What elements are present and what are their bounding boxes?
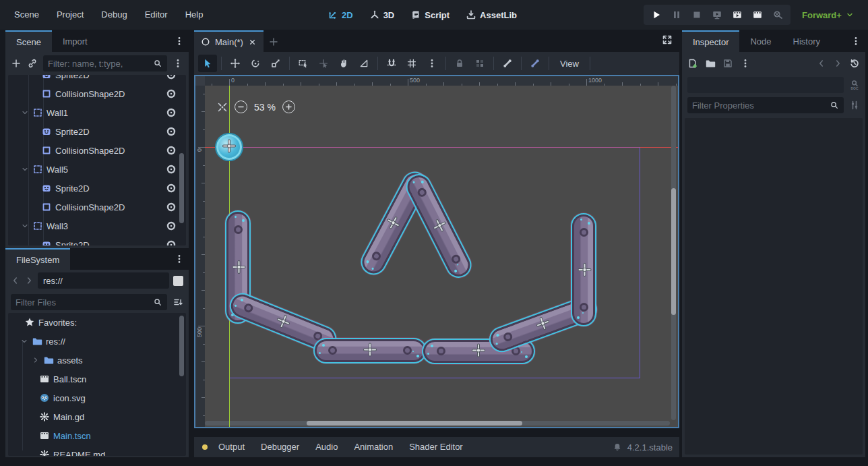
history-list-button[interactable]: [849, 58, 860, 69]
expand-viewport-button[interactable]: [662, 34, 673, 45]
wall-capsule-6[interactable]: [572, 214, 595, 325]
play-button[interactable]: [648, 6, 665, 24]
remote-debug-button[interactable]: [708, 6, 726, 24]
tab-history[interactable]: History: [782, 30, 831, 52]
renderer-selector[interactable]: Forward+: [802, 0, 854, 30]
fs-item-res-[interactable]: res://: [8, 332, 186, 351]
fs-tree-scrollbar[interactable]: [179, 316, 184, 376]
visibility-eye-icon[interactable]: [166, 145, 177, 156]
visibility-eye-icon[interactable]: [166, 88, 177, 99]
mode-2d[interactable]: 2D: [322, 5, 359, 25]
ruler-mode-button[interactable]: [354, 55, 373, 72]
rotate-mode-button[interactable]: [246, 55, 265, 72]
move-gizmo-icon[interactable]: [471, 343, 486, 360]
wall-capsule-3[interactable]: [315, 339, 425, 362]
add-scene-tab-button[interactable]: [264, 32, 284, 52]
scene-tree-item-collisionshape2d[interactable]: CollisionShape2D: [8, 84, 186, 103]
fs-filter-input[interactable]: Filter Files: [11, 294, 167, 310]
pan-mode-button[interactable]: [334, 55, 353, 72]
notification-bell-icon[interactable]: [613, 442, 622, 452]
visibility-eye-icon[interactable]: [166, 126, 177, 137]
add-node-button[interactable]: [11, 58, 22, 69]
center-view-icon[interactable]: [217, 102, 228, 113]
menu-project[interactable]: Project: [48, 5, 92, 24]
mode-script[interactable]: Script: [405, 5, 455, 25]
scale-mode-button[interactable]: [266, 55, 285, 72]
visibility-eye-icon[interactable]: [166, 75, 177, 80]
fs-back-button[interactable]: [11, 276, 20, 285]
fs-sort-button[interactable]: [173, 297, 183, 308]
view-menu-button[interactable]: View: [553, 55, 586, 72]
inspector-dock-menu[interactable]: [850, 36, 861, 47]
scene-filter-input[interactable]: Filter: name, t:type,: [43, 55, 167, 71]
move-gizmo-icon[interactable]: [230, 260, 247, 274]
save-resource-button[interactable]: [722, 58, 733, 69]
filesystem-dock-menu[interactable]: [174, 254, 185, 264]
instance-scene-button[interactable]: [27, 58, 38, 69]
scene-tree-item-sprite2d[interactable]: Sprite2D: [8, 235, 186, 245]
property-tools-button[interactable]: [849, 100, 860, 111]
fs-item-icon-svg[interactable]: icon.svg: [8, 388, 186, 407]
grid-snap-button[interactable]: [402, 55, 421, 72]
chevron-right-icon[interactable]: [32, 356, 40, 364]
scene-tree-item-collisionshape2d[interactable]: CollisionShape2D: [8, 198, 186, 216]
ik-chain-button[interactable]: [526, 55, 545, 72]
scene-tree-item-wall1[interactable]: Wall1: [8, 103, 186, 122]
scene-tab-main[interactable]: Main(*): [194, 30, 264, 52]
fs-forward-button[interactable]: [24, 276, 34, 285]
play-custom-scene-button[interactable]: [749, 6, 766, 24]
tab-filesystem[interactable]: FileSystem: [5, 248, 70, 270]
visibility-eye-icon[interactable]: [166, 183, 177, 194]
fs-item-main-tscn[interactable]: Main.tscn: [8, 426, 186, 445]
load-resource-button[interactable]: [705, 58, 716, 69]
move-gizmo-icon[interactable]: [383, 212, 405, 233]
canvas-viewport[interactable]: 05001000 0500: [194, 75, 679, 428]
chevron-down-icon[interactable]: [21, 109, 29, 117]
tab-inspector[interactable]: Inspector: [682, 30, 739, 52]
visibility-eye-icon[interactable]: [166, 164, 177, 175]
scene-tree-menu-button[interactable]: [173, 58, 183, 69]
mode-assetlib[interactable]: AssetLib: [460, 5, 522, 25]
scene-tree-item-sprite2d[interactable]: Sprite2D: [8, 122, 186, 141]
bottom-tab-debugger[interactable]: Debugger: [253, 437, 307, 457]
group-node-button[interactable]: [470, 55, 489, 72]
inspector-filter-input[interactable]: Filter Properties: [687, 97, 844, 113]
scene-tree-item-sprite2d[interactable]: Sprite2D: [8, 179, 186, 198]
close-icon[interactable]: [248, 38, 257, 47]
move-gizmo-icon[interactable]: [576, 262, 592, 277]
fs-item-main-gd[interactable]: Main.gd: [8, 407, 186, 426]
bottom-tab-audio[interactable]: Audio: [307, 437, 346, 457]
tab-scene[interactable]: Scene: [5, 30, 52, 52]
visibility-eye-icon[interactable]: [166, 202, 177, 212]
move-gizmo-icon[interactable]: [533, 314, 553, 334]
stop-button[interactable]: [688, 6, 706, 24]
move-mode-button[interactable]: [226, 55, 245, 72]
move-gizmo-icon[interactable]: [428, 216, 450, 237]
scene-tree-scrollbar[interactable]: [179, 153, 184, 223]
zoom-out-button[interactable]: [235, 100, 247, 113]
menu-debug[interactable]: Debug: [92, 5, 135, 24]
menu-scene[interactable]: Scene: [5, 5, 48, 24]
move-gizmo-icon[interactable]: [363, 343, 377, 359]
history-forward-button[interactable]: [833, 59, 842, 68]
history-back-button[interactable]: [817, 59, 826, 68]
chevron-down-icon[interactable]: [20, 337, 28, 345]
menu-help[interactable]: Help: [177, 5, 212, 24]
chevron-down-icon[interactable]: [21, 222, 29, 230]
tab-import[interactable]: Import: [52, 30, 98, 52]
zoom-in-button[interactable]: [282, 100, 295, 113]
bottom-tab-animation[interactable]: Animation: [346, 437, 401, 457]
skeleton-options-button[interactable]: [498, 55, 517, 72]
canvas-drawing-area[interactable]: 53 %: [205, 86, 678, 427]
scene-tree-item-collisionshape2d[interactable]: CollisionShape2D: [8, 141, 186, 160]
smart-snap-button[interactable]: [382, 55, 401, 72]
tab-node[interactable]: Node: [739, 30, 782, 52]
menu-editor[interactable]: Editor: [136, 5, 177, 24]
pivot-mode-button[interactable]: [314, 55, 333, 72]
fs-item-ball-tscn[interactable]: Ball.tscn: [8, 370, 186, 388]
scene-dock-menu[interactable]: [174, 36, 185, 47]
scene-tree-item-wall3[interactable]: Wall3: [8, 216, 186, 235]
select-mode-button[interactable]: [198, 55, 217, 72]
zoom-level[interactable]: 53 %: [254, 102, 276, 113]
play-scene-button[interactable]: [728, 6, 746, 24]
